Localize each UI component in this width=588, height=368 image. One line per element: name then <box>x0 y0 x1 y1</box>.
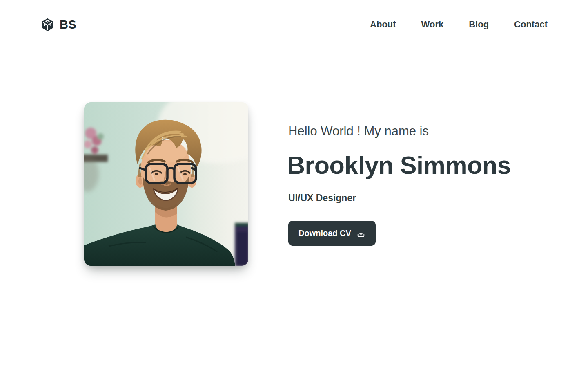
cube-logo-icon <box>41 18 54 32</box>
nav-item-blog[interactable]: Blog <box>469 19 489 30</box>
brand-text: BS <box>60 18 76 31</box>
hero-role: UI/UX Designer <box>288 193 356 204</box>
nav-item-work[interactable]: Work <box>421 19 444 30</box>
nav-item-about[interactable]: About <box>370 19 396 30</box>
download-cv-label: Download CV <box>298 229 351 238</box>
hero-name: Brooklyn Simmons <box>287 151 511 180</box>
nav-item-contact[interactable]: Contact <box>514 19 548 30</box>
hero-greeting: Hello World ! My name is <box>288 124 429 139</box>
portfolio-landing-page: BS About Work Blog Contact <box>0 0 588 368</box>
brand-logo[interactable]: BS <box>41 18 76 32</box>
portrait-photo <box>84 102 248 266</box>
download-icon <box>356 229 365 238</box>
download-cv-button[interactable]: Download CV <box>288 221 376 246</box>
header: BS About Work Blog Contact <box>41 15 548 34</box>
main-nav: About Work Blog Contact <box>370 19 548 30</box>
